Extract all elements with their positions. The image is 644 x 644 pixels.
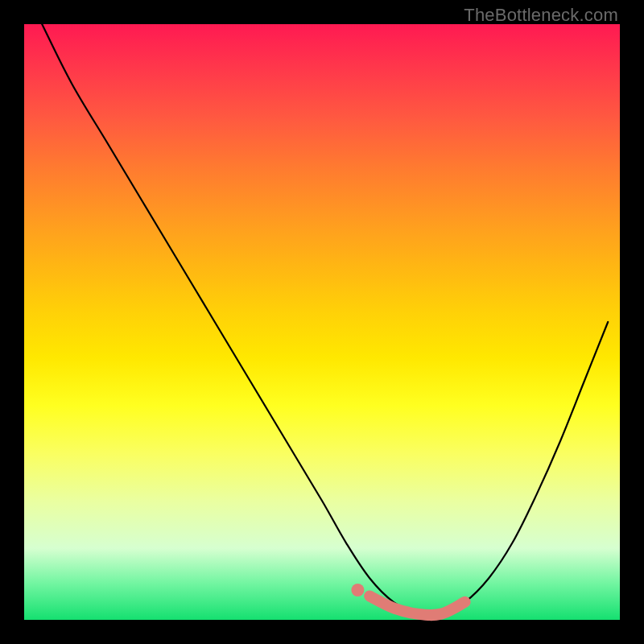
watermark-text: TheBottleneck.com — [464, 5, 618, 26]
plot-area — [24, 24, 620, 620]
highlight-dot — [351, 584, 364, 597]
chart-stage: TheBottleneck.com — [0, 0, 644, 644]
curve-svg — [24, 24, 620, 620]
highlight-strip — [369, 596, 464, 615]
bottleneck-curve — [42, 24, 608, 616]
